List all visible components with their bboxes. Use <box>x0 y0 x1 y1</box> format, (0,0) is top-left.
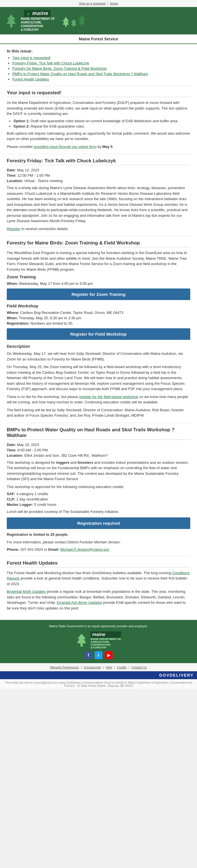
field-where-label: Where: <box>7 310 19 315</box>
help-link[interactable]: Help <box>106 665 112 669</box>
logo-maine: 🌲 maine <box>24 10 51 17</box>
friday-register-link[interactable]: Register <box>7 227 20 231</box>
header-logo: 🌲 maine MAINE DEPARTMENT OF AGRICULTURE,… <box>6 10 86 32</box>
bmps-reg-limit: Registration is limited to 25 people. <box>7 532 190 537</box>
input-form-link[interactable]: providing input through our online form <box>34 145 96 149</box>
toc-link-4[interactable]: RMPs to Protect Water Quality on Haul Ro… <box>12 72 148 76</box>
bmps-phone-value: 207-441-5924 <box>20 547 43 552</box>
content: In this issue: Your input is requested! … <box>0 44 197 620</box>
bmps-email-link[interactable]: Michael.P.Jensen@maine.gov <box>60 547 109 552</box>
field-reg-label: Registration: <box>7 321 29 326</box>
divider-5 <box>7 556 190 556</box>
option-1: Option 1: Draft new quarantine rules bas… <box>13 119 190 123</box>
bmps-body1: This workshop is designed for loggers an… <box>7 460 190 482</box>
footer-dept-text: maine MAINE DEPARTMENT OF AGRICULTURE, C… <box>91 631 121 649</box>
friday-time-row: Time: 12:00 PM - 1:00 PM <box>7 173 190 178</box>
bmps-saf-label: SAF: <box>7 492 15 496</box>
toc-link-3[interactable]: Forestry for Maine Birds: Zoom Training … <box>12 66 107 70</box>
bmps-master-row: Master Logger: 5 credit hours <box>7 502 190 507</box>
facebook-icon[interactable]: f <box>84 651 92 659</box>
bmps-section: BMPs to Protect Water Quality on Haul Ro… <box>7 427 190 552</box>
top-bar: View as a webpage | Share <box>0 0 197 7</box>
field-where-value: Caribou Bog Recreation Center, Taylor Ro… <box>20 310 124 315</box>
bmps-phone-label: Phone: <box>7 547 19 552</box>
svg-marker-2 <box>71 19 77 27</box>
field-when-label: When: <box>7 316 18 320</box>
friday-register: Register to receive connection details. <box>7 226 190 232</box>
toc-link-5[interactable]: Forest Health Updates <box>12 77 49 81</box>
input-cta: Please consider providing input through … <box>7 144 190 150</box>
youtube-icon[interactable]: ▶ <box>105 651 113 659</box>
bmps-location-label: Location: <box>7 453 23 458</box>
field-reg-row: Registration: Numbers are limited to 30. <box>7 321 190 326</box>
conditions-link[interactable]: Conditions Reports <box>7 571 189 581</box>
friday-time-label: Time: <box>7 173 16 178</box>
bmps-email-label: Email: <box>48 547 59 552</box>
toc-list: Your input is requested! Forestry Friday… <box>7 56 190 81</box>
eab-link[interactable]: Emerald Ash Borer Updates <box>57 600 102 604</box>
toc-link-1[interactable]: Your input is requested! <box>12 56 51 60</box>
option1-text: Draft new quarantine rules based on curr… <box>31 119 179 123</box>
bmps-date-value: May 18, 2023 <box>17 443 39 447</box>
credits-link[interactable]: Credits <box>117 665 127 669</box>
bmps-or: or <box>44 547 48 552</box>
birds-section: Forestry for Maine Birds: Zoom Training … <box>7 240 190 418</box>
bmps-saf-row: SAF: 4 category 1 credits <box>7 492 190 496</box>
birds-body: The WoodWise East Program is hosting a s… <box>7 250 190 272</box>
field-where-row: Where: Caribou Bog Recreation Center, Ta… <box>7 310 190 315</box>
bmps-time-value: 8:00 AM - 2:00 PM <box>17 448 48 452</box>
contact-link[interactable]: Contact Us <box>131 665 147 669</box>
footer-equal-opp: Maine State Government is an equal oppor… <box>6 624 191 629</box>
bmps-heading: BMPs to Protect Water Quality on Haul Ro… <box>7 427 190 440</box>
footer-dept-4: & FORESTRY <box>91 646 121 649</box>
input-section: Your input is requested! As the Maine De… <box>7 90 190 149</box>
bmps-time-row: Time: 8:00 AM - 2:00 PM <box>7 448 190 452</box>
page-title: Maine Forest Service <box>79 37 118 41</box>
health-heading: Forest Health Updates <box>7 560 190 567</box>
input-options: Option 1: Draft new quarantine rules bas… <box>7 119 190 128</box>
bmps-location-row: Location: Elliot Jordan and Son, 382 Cav… <box>7 453 190 458</box>
footer-bottom: GOVDELIVERY <box>0 671 197 679</box>
bmps-master-label: Master Logger: <box>7 502 33 507</box>
unsubscribe-link[interactable]: Unsubscribe <box>84 665 101 669</box>
toc-link-2[interactable]: Forestry Friday: Tick Talk with Chuck Lu… <box>12 61 89 65</box>
zoom-training-heading: Zoom Training <box>7 274 190 279</box>
tree-icon-4 <box>78 15 86 27</box>
zoom-when-row: When: Wednesday, May 17 from 4:00 pm to … <box>7 281 190 286</box>
health-body2: Browntail Moth Updates provide a regular… <box>7 589 190 611</box>
view-webpage-link[interactable]: View as a webpage <box>79 2 106 5</box>
option2-label: Option 2: <box>13 124 30 128</box>
description-heading: Description <box>7 344 190 349</box>
health-section: Forest Health Updates The Forest Health … <box>7 560 190 611</box>
twitter-icon[interactable]: t <box>94 651 103 659</box>
manage-prefs-link[interactable]: Manage Preferences <box>50 665 79 669</box>
bmps-phone-row: Phone: 207-441-5924 or Email: Michael.P.… <box>7 547 190 552</box>
toc-section: In this issue: Your input is requested! … <box>7 49 190 81</box>
browntail-link[interactable]: Browntail Moth Updates <box>7 589 46 594</box>
desc3: There is no fee for the workshop, but pl… <box>7 394 190 405</box>
footer-logo-area: maine MAINE DEPARTMENT OF AGRICULTURE, C… <box>6 631 191 649</box>
svg-marker-1 <box>63 17 69 27</box>
bmps-master-value: 5 credit hours <box>34 502 56 507</box>
divider-1 <box>7 86 190 86</box>
option1-label: Option 1: <box>13 119 30 123</box>
register-field-button[interactable]: Register for Field Workshop <box>7 328 190 340</box>
share-link[interactable]: Share <box>110 2 118 5</box>
bmps-saf-value: 4 category 1 credits <box>16 492 48 496</box>
register-zoom-button[interactable]: Register for Zoom Training <box>7 288 190 300</box>
field-workshop-reg-link[interactable]: register for the field-based workshop <box>79 395 138 399</box>
header: 🌲 maine MAINE DEPARTMENT OF AGRICULTURE,… <box>0 7 197 34</box>
tree-icon-2 <box>62 17 70 27</box>
friday-location-row: Location: Virtual - Teams meeting <box>7 179 190 183</box>
divider-4 <box>7 423 190 423</box>
social-icons: f t ▶ <box>6 651 191 659</box>
logo-box: 🌲 maine MAINE DEPARTMENT OF AGRICULTURE,… <box>20 10 54 32</box>
tree-icon-3 <box>71 19 77 27</box>
tree-icon-left <box>6 14 17 28</box>
registration-required-button[interactable]: Registration required <box>7 518 190 529</box>
zoom-when-label: When: <box>7 281 18 286</box>
field-when-row: When: Thursday, May 25, 8:30 am to 3:30 … <box>7 316 190 320</box>
field-workshop-heading: Field Workshop <box>7 304 190 308</box>
option-2: Option 2: Repeal the EAB quarantine rule… <box>13 124 190 128</box>
input-body1: As the Maine Department of Agriculture, … <box>7 100 190 117</box>
